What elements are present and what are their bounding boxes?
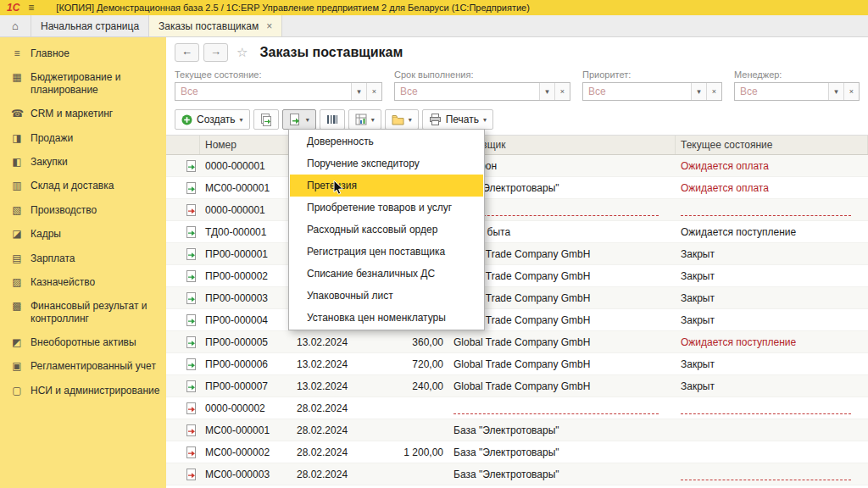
menu-item-item-price-setting[interactable]: Установка цен номенклатуры (290, 307, 483, 329)
table-row[interactable]: ПР00-000007 13.02.2024 240,00 Global Tra… (166, 375, 868, 397)
manager-combobox[interactable]: Все ▾ × (734, 82, 860, 101)
tab-home[interactable]: ⌂ (0, 15, 31, 36)
table-row[interactable]: 0000-000001 (166, 199, 868, 221)
required-field-dash (681, 469, 851, 480)
close-tab-icon[interactable]: × (266, 20, 272, 32)
sidebar-item-salary[interactable]: ▤Зарплата (0, 247, 166, 270)
sidebar-item-purchases[interactable]: ◧Закупки (0, 150, 166, 174)
dropdown-arrow-icon[interactable]: ▾ (828, 83, 843, 100)
clear-filter-icon[interactable]: × (366, 83, 381, 100)
sidebar-item-sales[interactable]: ◨Продажи (0, 126, 166, 150)
due-date-combobox[interactable]: Все ▾ × (394, 82, 570, 101)
treasury-icon: ▨ (11, 276, 23, 288)
table-row[interactable]: 0000-000002 28.02.2024 (166, 397, 868, 419)
column-state[interactable]: Текущее состояние (676, 136, 868, 154)
dropdown-arrow-icon[interactable]: ▾ (691, 83, 706, 100)
sales-icon: ◨ (11, 132, 23, 144)
menu-item-claim[interactable]: Претензия (290, 175, 483, 197)
table-row[interactable]: МС00-000002 28.02.2024 1 200,00 База "Эл… (166, 441, 868, 463)
sidebar-item-label: Склад и доставка (31, 180, 114, 191)
document-state-icon (166, 380, 200, 392)
sidebar-item-label: Бюджетирование и планирование (31, 71, 161, 96)
create-based-on-button[interactable]: ▾ (282, 109, 316, 130)
menu-item-noncash-writeoff[interactable]: Списание безналичных ДС (290, 263, 483, 285)
sidebar-item-assets[interactable]: ◩Внеоборотные активы (0, 330, 166, 354)
salary-icon: ▤ (11, 252, 23, 264)
sidebar-item-treasury[interactable]: ▨Казначейство (0, 270, 166, 294)
list-settings-button[interactable] (320, 109, 345, 130)
dropdown-arrow-icon[interactable]: ▾ (351, 83, 366, 100)
clear-filter-icon[interactable]: × (554, 83, 570, 100)
clear-filter-icon[interactable]: × (843, 83, 859, 100)
priority-combobox[interactable]: Все ▾ × (582, 82, 722, 101)
menu-item-power-of-attorney[interactable]: Доверенность (290, 130, 483, 152)
table-row[interactable]: ПР00-000005 13.02.2024 360,00 Global Tra… (166, 331, 868, 353)
menu-item-supplier-price-registration[interactable]: Регистрация цен поставщика (290, 241, 483, 263)
menu-item-packing-list[interactable]: Упаковочный лист (290, 285, 483, 307)
favorite-star-icon[interactable]: ☆ (236, 45, 248, 60)
table-row[interactable]: ПР00-000003 Global Trade Company GmbH За… (166, 287, 868, 309)
sidebar-item-nsi-admin[interactable]: ▢НСИ и администрирование (0, 379, 166, 402)
back-button[interactable]: ← (175, 43, 199, 62)
purchases-icon: ◧ (11, 156, 23, 168)
current-state-combobox[interactable]: Все ▾ × (175, 82, 382, 101)
menu-item-goods-services-purchase[interactable]: Приобретение товаров и услуг (290, 197, 483, 219)
cell-date: 28.02.2024 (292, 446, 368, 458)
cell-status: Закрыт (676, 314, 868, 326)
tab-start-page[interactable]: Начальная страница (31, 15, 149, 36)
table-row[interactable]: ПР00-000001 Global Trade Company GmbH За… (166, 243, 868, 265)
cell-status: Закрыт (676, 380, 868, 392)
create-button[interactable]: Создать ▾ (175, 109, 250, 130)
column-icon[interactable] (166, 136, 200, 154)
tab-supplier-orders[interactable]: Заказы поставщикам × (149, 15, 282, 36)
cell-status (676, 469, 868, 480)
tab-label: Заказы поставщикам (159, 20, 259, 32)
column-number[interactable]: Номер (200, 136, 292, 154)
menu-item-forwarder-order[interactable]: Поручение экспедитору (290, 152, 483, 175)
filter-label: Менеджер: (734, 69, 860, 80)
sidebar-item-warehouse[interactable]: ▥Склад и доставка (0, 174, 166, 197)
dropdown-arrow-icon[interactable]: ▾ (539, 83, 554, 100)
cell-date: 28.02.2024 (292, 424, 368, 436)
cell-sum: 240,00 (368, 380, 448, 392)
cell-status: Закрыт (676, 358, 868, 370)
menu-item-cash-expense-order[interactable]: Расходный кассовый ордер (290, 219, 483, 241)
clear-filter-icon[interactable]: × (706, 83, 721, 100)
sidebar-item-crm[interactable]: ☎CRM и маркетинг (0, 102, 166, 125)
sidebar-item-finresult[interactable]: ▩Финансовый результат и контроллинг (0, 294, 166, 330)
document-state-icon (166, 358, 200, 370)
quick-filters: Текущее состояние: Все ▾ × Срок выполнен… (166, 68, 868, 106)
cell-status (676, 402, 868, 414)
cell-status (676, 204, 868, 216)
cell-date: 13.02.2024 (292, 358, 368, 370)
cell-date: 13.02.2024 (292, 380, 368, 392)
table-row[interactable]: МС00-000001 База "Электротовары" Ожидает… (166, 177, 868, 199)
table-row[interactable]: МС00-000001 28.02.2024 База "Электротова… (166, 419, 868, 441)
sidebar-item-label: Финансовый результат и контроллинг (31, 300, 161, 324)
attachments-button[interactable]: ▾ (385, 109, 419, 130)
table-row[interactable]: МС00-000003 28.02.2024 База "Электротова… (166, 463, 868, 485)
sidebar-item-regulated-accounting[interactable]: ▣Регламентированный учет (0, 354, 166, 378)
sidebar-item-main[interactable]: ≡Главное (0, 42, 166, 65)
cell-supplier: База "Электротовары" (448, 446, 676, 458)
document-state-icon (166, 292, 200, 304)
sidebar-item-budgeting[interactable]: ▦Бюджетирование и планирование (0, 65, 166, 102)
document-state-icon (166, 226, 200, 238)
chevron-down-icon: ▾ (409, 116, 412, 124)
main-menu-icon[interactable]: ≡ (28, 2, 34, 14)
table-row[interactable]: 0000-000001 фон Ожидается оплата (166, 155, 868, 177)
copy-button[interactable] (253, 109, 279, 130)
table-row[interactable]: ПР00-000004 Global Trade Company GmbH За… (166, 309, 868, 331)
forward-button[interactable]: → (203, 43, 228, 62)
sidebar-item-production[interactable]: ▧Производство (0, 198, 166, 222)
document-state-icon (166, 160, 200, 172)
required-field-dash (453, 402, 659, 414)
reports-button[interactable]: ▾ (348, 109, 381, 130)
sidebar-item-hr[interactable]: ◪Кадры (0, 222, 166, 246)
table-row[interactable]: ТД00-000001 м быта Ожидается поступление (166, 221, 868, 243)
filter-label: Срок выполнения: (394, 69, 570, 80)
assets-icon: ◩ (11, 336, 23, 348)
table-row[interactable]: ПР00-000006 13.02.2024 720,00 Global Tra… (166, 353, 868, 375)
table-row[interactable]: ПР00-000002 Global Trade Company GmbH За… (166, 265, 868, 287)
print-button[interactable]: Печать ▾ (422, 109, 493, 130)
